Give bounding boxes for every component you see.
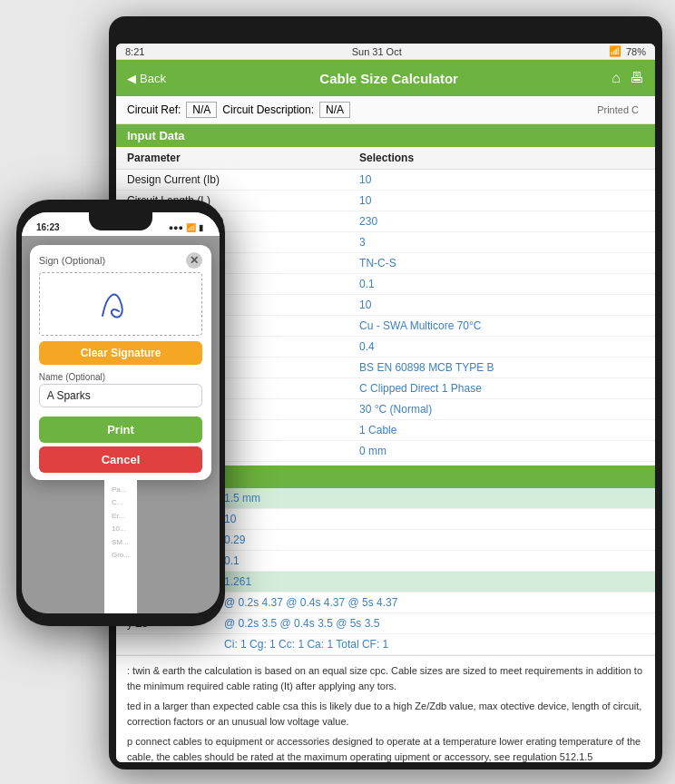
value-cell: 0 mm	[348, 441, 655, 462]
modal-header: Sign (Optional) ✕	[30, 245, 212, 272]
param-cell: Design Current (Ib)	[116, 170, 348, 191]
circuit-ref-value[interactable]: N/A	[186, 102, 217, 118]
value-cell: 230	[348, 211, 655, 232]
modal-close-button[interactable]: ✕	[186, 252, 202, 269]
value-cell: 1.5 mm	[213, 488, 655, 509]
circuit-ref-label: Circuit Ref:	[127, 103, 181, 116]
home-icon[interactable]: ⌂	[611, 70, 621, 86]
sign-label: Sign (Optional)	[39, 255, 105, 266]
phone-signal-icon: ●●●	[169, 223, 183, 232]
param-cell	[116, 634, 213, 655]
value-cell: 10	[348, 191, 655, 211]
value-cell: BS EN 60898 MCB TYPE B	[348, 358, 655, 378]
tablet-status-time: 8:21	[125, 46, 144, 57]
phone-notch	[89, 212, 152, 230]
sign-modal: Sign (Optional) ✕ Clear Signature Name (…	[30, 245, 212, 480]
value-cell: 0.1	[213, 551, 655, 572]
phone-time: 16:23	[36, 222, 60, 232]
phone-device: 16:23 ●●● 📶 ▮ Sign (Optional) ✕	[16, 200, 225, 626]
tablet-status-day: Sun 31 Oct	[352, 46, 402, 57]
value-cell: 0.1	[348, 274, 655, 295]
note-text: : twin & earth the calculation is based …	[127, 663, 644, 693]
table-row: Ci: 1 Cg: 1 Cc: 1 Ca: 1 Total CF: 1	[116, 634, 655, 655]
circuit-desc-label: Circuit Description:	[222, 103, 314, 116]
note-text: ted in a larger than expected cable csa …	[127, 699, 644, 729]
tablet-status-bar: 8:21 Sun 31 Oct 📶 78%	[116, 44, 655, 60]
value-cell: 10	[348, 170, 655, 191]
value-cell: @ 0.2s 4.37 @ 0.4s 4.37 @ 5s 4.37	[213, 593, 655, 613]
value-cell: 10	[213, 509, 655, 530]
value-cell: 3	[348, 232, 655, 253]
table-row: Design Current (Ib)10	[116, 170, 655, 191]
value-cell: C Clipped Direct 1 Phase	[348, 378, 655, 399]
clear-signature-button[interactable]: Clear Signature	[39, 341, 203, 365]
value-cell: 1.261	[213, 572, 655, 593]
value-cell: 10	[348, 295, 655, 316]
name-input[interactable]	[39, 384, 203, 407]
input-data-header: Input Data	[116, 124, 655, 147]
back-chevron-icon: ◀	[127, 72, 136, 85]
wifi-icon: 📶	[609, 45, 621, 57]
value-cell: 30 °C (Normal)	[348, 399, 655, 420]
battery-indicator: 78%	[626, 46, 646, 57]
phone-screen: 16:23 ●●● 📶 ▮ Sign (Optional) ✕	[22, 212, 220, 613]
signature-drawing	[84, 279, 157, 329]
cancel-button[interactable]: Cancel	[39, 446, 203, 473]
value-cell: 0.29	[213, 530, 655, 551]
phone-battery-icon: ▮	[199, 223, 203, 232]
printed-label: Printed C	[597, 104, 639, 115]
modal-overlay: Sign (Optional) ✕ Clear Signature Name (…	[22, 236, 220, 613]
back-label: Back	[140, 72, 166, 85]
col-param-header: Parameter	[116, 147, 348, 170]
name-label: Name (Optional)	[30, 368, 212, 384]
notes-section: : twin & earth the calculation is based …	[116, 655, 655, 762]
back-button[interactable]: ◀ Back	[127, 72, 166, 85]
value-cell: Cu - SWA Multicore 70°C	[348, 316, 655, 337]
signature-area[interactable]	[39, 272, 203, 336]
value-cell: TN-C-S	[348, 253, 655, 274]
col-sel-header: Selections	[348, 147, 655, 170]
nav-bar: ◀ Back Cable Size Calculator ⌂ 🖶	[116, 60, 655, 96]
note-text: p connect cables to equipment or accesso…	[127, 734, 644, 762]
value-cell: 1 Cable	[348, 420, 655, 441]
phone-background-content: Pa...C...Er... 10...SM...Gro...	[104, 480, 137, 613]
print-icon[interactable]: 🖶	[630, 70, 644, 86]
circuit-desc-value[interactable]: N/A	[319, 102, 350, 118]
value-cell: 0.4	[348, 337, 655, 358]
circuit-ref-row: Circuit Ref: N/A Circuit Description: N/…	[116, 96, 655, 124]
value-cell: Ci: 1 Cg: 1 Cc: 1 Ca: 1 Total CF: 1	[213, 634, 655, 655]
page-title: Cable Size Calculator	[319, 71, 458, 86]
phone-wifi-icon: 📶	[186, 223, 196, 232]
value-cell: @ 0.2s 3.5 @ 0.4s 3.5 @ 5s 3.5	[213, 613, 655, 634]
print-button[interactable]: Print	[39, 416, 203, 443]
